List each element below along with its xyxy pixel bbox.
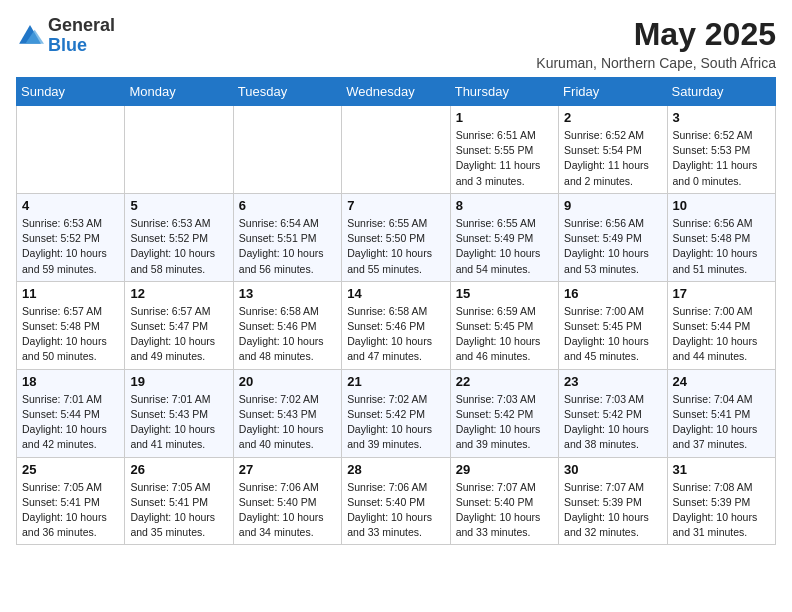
day-number: 14 <box>347 286 444 301</box>
day-info: Sunrise: 7:01 AMSunset: 5:43 PMDaylight:… <box>130 392 227 453</box>
day-number: 25 <box>22 462 119 477</box>
calendar-cell: 20Sunrise: 7:02 AMSunset: 5:43 PMDayligh… <box>233 369 341 457</box>
day-number: 8 <box>456 198 553 213</box>
day-info: Sunrise: 7:06 AMSunset: 5:40 PMDaylight:… <box>347 480 444 541</box>
calendar-cell <box>342 106 450 194</box>
day-info: Sunrise: 7:05 AMSunset: 5:41 PMDaylight:… <box>22 480 119 541</box>
calendar-cell: 3Sunrise: 6:52 AMSunset: 5:53 PMDaylight… <box>667 106 775 194</box>
calendar-cell: 2Sunrise: 6:52 AMSunset: 5:54 PMDaylight… <box>559 106 667 194</box>
day-number: 18 <box>22 374 119 389</box>
day-info: Sunrise: 7:00 AMSunset: 5:45 PMDaylight:… <box>564 304 661 365</box>
day-number: 7 <box>347 198 444 213</box>
day-number: 28 <box>347 462 444 477</box>
calendar-cell: 19Sunrise: 7:01 AMSunset: 5:43 PMDayligh… <box>125 369 233 457</box>
calendar-week-3: 11Sunrise: 6:57 AMSunset: 5:48 PMDayligh… <box>17 281 776 369</box>
calendar-week-4: 18Sunrise: 7:01 AMSunset: 5:44 PMDayligh… <box>17 369 776 457</box>
column-header-wednesday: Wednesday <box>342 78 450 106</box>
day-info: Sunrise: 6:58 AMSunset: 5:46 PMDaylight:… <box>239 304 336 365</box>
calendar-cell: 27Sunrise: 7:06 AMSunset: 5:40 PMDayligh… <box>233 457 341 545</box>
day-info: Sunrise: 7:03 AMSunset: 5:42 PMDaylight:… <box>564 392 661 453</box>
logo: General Blue <box>16 16 115 56</box>
day-info: Sunrise: 6:54 AMSunset: 5:51 PMDaylight:… <box>239 216 336 277</box>
day-number: 19 <box>130 374 227 389</box>
calendar-cell: 30Sunrise: 7:07 AMSunset: 5:39 PMDayligh… <box>559 457 667 545</box>
day-number: 2 <box>564 110 661 125</box>
calendar-cell: 15Sunrise: 6:59 AMSunset: 5:45 PMDayligh… <box>450 281 558 369</box>
day-number: 4 <box>22 198 119 213</box>
calendar-cell: 11Sunrise: 6:57 AMSunset: 5:48 PMDayligh… <box>17 281 125 369</box>
calendar-week-1: 1Sunrise: 6:51 AMSunset: 5:55 PMDaylight… <box>17 106 776 194</box>
day-number: 6 <box>239 198 336 213</box>
calendar-cell: 24Sunrise: 7:04 AMSunset: 5:41 PMDayligh… <box>667 369 775 457</box>
day-info: Sunrise: 6:57 AMSunset: 5:48 PMDaylight:… <box>22 304 119 365</box>
title-block: May 2025 Kuruman, Northern Cape, South A… <box>536 16 776 71</box>
day-number: 9 <box>564 198 661 213</box>
calendar-cell: 1Sunrise: 6:51 AMSunset: 5:55 PMDaylight… <box>450 106 558 194</box>
calendar-cell: 5Sunrise: 6:53 AMSunset: 5:52 PMDaylight… <box>125 193 233 281</box>
day-number: 1 <box>456 110 553 125</box>
calendar-cell: 8Sunrise: 6:55 AMSunset: 5:49 PMDaylight… <box>450 193 558 281</box>
day-info: Sunrise: 7:05 AMSunset: 5:41 PMDaylight:… <box>130 480 227 541</box>
day-number: 24 <box>673 374 770 389</box>
day-info: Sunrise: 7:02 AMSunset: 5:42 PMDaylight:… <box>347 392 444 453</box>
day-number: 29 <box>456 462 553 477</box>
calendar-cell: 22Sunrise: 7:03 AMSunset: 5:42 PMDayligh… <box>450 369 558 457</box>
calendar-cell <box>125 106 233 194</box>
day-info: Sunrise: 7:06 AMSunset: 5:40 PMDaylight:… <box>239 480 336 541</box>
day-number: 21 <box>347 374 444 389</box>
calendar-cell: 13Sunrise: 6:58 AMSunset: 5:46 PMDayligh… <box>233 281 341 369</box>
logo-icon <box>16 22 44 50</box>
calendar-cell: 14Sunrise: 6:58 AMSunset: 5:46 PMDayligh… <box>342 281 450 369</box>
calendar-body: 1Sunrise: 6:51 AMSunset: 5:55 PMDaylight… <box>17 106 776 545</box>
calendar-cell: 28Sunrise: 7:06 AMSunset: 5:40 PMDayligh… <box>342 457 450 545</box>
month-title: May 2025 <box>536 16 776 53</box>
calendar-cell: 31Sunrise: 7:08 AMSunset: 5:39 PMDayligh… <box>667 457 775 545</box>
column-header-sunday: Sunday <box>17 78 125 106</box>
day-info: Sunrise: 6:55 AMSunset: 5:49 PMDaylight:… <box>456 216 553 277</box>
calendar-cell: 16Sunrise: 7:00 AMSunset: 5:45 PMDayligh… <box>559 281 667 369</box>
calendar-cell: 26Sunrise: 7:05 AMSunset: 5:41 PMDayligh… <box>125 457 233 545</box>
calendar-cell: 6Sunrise: 6:54 AMSunset: 5:51 PMDaylight… <box>233 193 341 281</box>
calendar-cell: 4Sunrise: 6:53 AMSunset: 5:52 PMDaylight… <box>17 193 125 281</box>
day-info: Sunrise: 7:08 AMSunset: 5:39 PMDaylight:… <box>673 480 770 541</box>
calendar-week-5: 25Sunrise: 7:05 AMSunset: 5:41 PMDayligh… <box>17 457 776 545</box>
page-header: General Blue May 2025 Kuruman, Northern … <box>16 16 776 71</box>
day-info: Sunrise: 6:51 AMSunset: 5:55 PMDaylight:… <box>456 128 553 189</box>
calendar-table: SundayMondayTuesdayWednesdayThursdayFrid… <box>16 77 776 545</box>
day-number: 23 <box>564 374 661 389</box>
calendar-cell <box>233 106 341 194</box>
day-number: 20 <box>239 374 336 389</box>
location: Kuruman, Northern Cape, South Africa <box>536 55 776 71</box>
day-number: 12 <box>130 286 227 301</box>
day-number: 15 <box>456 286 553 301</box>
calendar-cell: 9Sunrise: 6:56 AMSunset: 5:49 PMDaylight… <box>559 193 667 281</box>
day-number: 11 <box>22 286 119 301</box>
day-number: 13 <box>239 286 336 301</box>
calendar-cell: 23Sunrise: 7:03 AMSunset: 5:42 PMDayligh… <box>559 369 667 457</box>
calendar-cell: 21Sunrise: 7:02 AMSunset: 5:42 PMDayligh… <box>342 369 450 457</box>
column-header-friday: Friday <box>559 78 667 106</box>
day-info: Sunrise: 6:53 AMSunset: 5:52 PMDaylight:… <box>130 216 227 277</box>
day-info: Sunrise: 6:55 AMSunset: 5:50 PMDaylight:… <box>347 216 444 277</box>
logo-general: General <box>48 15 115 35</box>
column-header-thursday: Thursday <box>450 78 558 106</box>
day-info: Sunrise: 7:07 AMSunset: 5:40 PMDaylight:… <box>456 480 553 541</box>
day-info: Sunrise: 7:02 AMSunset: 5:43 PMDaylight:… <box>239 392 336 453</box>
day-info: Sunrise: 6:52 AMSunset: 5:53 PMDaylight:… <box>673 128 770 189</box>
day-info: Sunrise: 6:56 AMSunset: 5:48 PMDaylight:… <box>673 216 770 277</box>
day-number: 10 <box>673 198 770 213</box>
calendar-cell <box>17 106 125 194</box>
calendar-week-2: 4Sunrise: 6:53 AMSunset: 5:52 PMDaylight… <box>17 193 776 281</box>
day-info: Sunrise: 6:52 AMSunset: 5:54 PMDaylight:… <box>564 128 661 189</box>
calendar-cell: 25Sunrise: 7:05 AMSunset: 5:41 PMDayligh… <box>17 457 125 545</box>
day-number: 5 <box>130 198 227 213</box>
calendar-cell: 18Sunrise: 7:01 AMSunset: 5:44 PMDayligh… <box>17 369 125 457</box>
calendar-cell: 12Sunrise: 6:57 AMSunset: 5:47 PMDayligh… <box>125 281 233 369</box>
day-info: Sunrise: 6:58 AMSunset: 5:46 PMDaylight:… <box>347 304 444 365</box>
day-info: Sunrise: 7:00 AMSunset: 5:44 PMDaylight:… <box>673 304 770 365</box>
calendar-cell: 10Sunrise: 6:56 AMSunset: 5:48 PMDayligh… <box>667 193 775 281</box>
day-info: Sunrise: 6:53 AMSunset: 5:52 PMDaylight:… <box>22 216 119 277</box>
calendar-cell: 29Sunrise: 7:07 AMSunset: 5:40 PMDayligh… <box>450 457 558 545</box>
day-info: Sunrise: 7:03 AMSunset: 5:42 PMDaylight:… <box>456 392 553 453</box>
day-number: 26 <box>130 462 227 477</box>
